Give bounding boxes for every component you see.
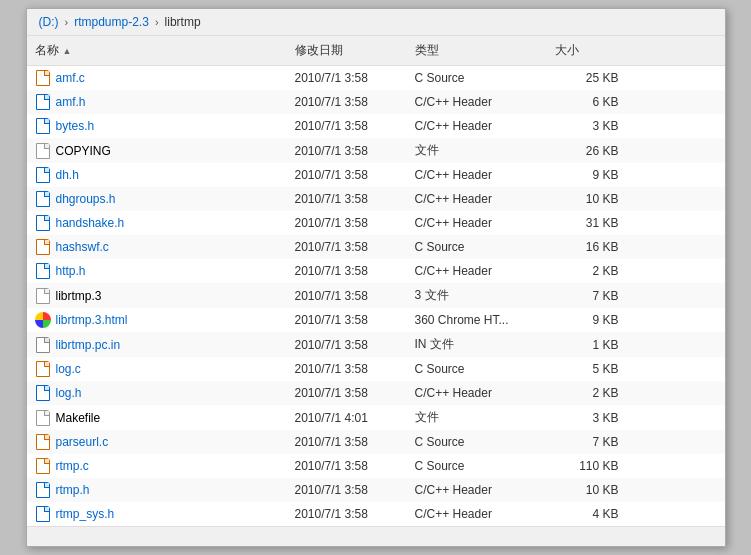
file-name-cell: amf.h (27, 92, 287, 112)
file-size-cell: 9 KB (547, 166, 627, 184)
col-size-label: 大小 (555, 43, 579, 57)
column-header-row: 名称 ▲ 修改日期 类型 大小 (27, 36, 725, 66)
file-name-cell: COPYING (27, 141, 287, 161)
table-row[interactable]: dhgroups.h 2010/7/1 3:58 C/C++ Header 10… (27, 187, 725, 211)
column-type-header[interactable]: 类型 (407, 40, 547, 61)
file-name[interactable]: dh.h (56, 168, 79, 182)
table-row[interactable]: hashswf.c 2010/7/1 3:58 C Source 16 KB (27, 235, 725, 259)
file-name[interactable]: log.c (56, 362, 81, 376)
file-date-cell: 2010/7/1 4:01 (287, 409, 407, 427)
file-name-cell: hashswf.c (27, 237, 287, 257)
file-date-cell: 2010/7/1 3:58 (287, 360, 407, 378)
file-name[interactable]: dhgroups.h (56, 192, 116, 206)
file-name-cell: bytes.h (27, 116, 287, 136)
breadcrumb-folder1[interactable]: rtmpdump-2.3 (74, 15, 149, 29)
file-name-cell: dhgroups.h (27, 189, 287, 209)
file-size-cell: 10 KB (547, 481, 627, 499)
file-size-cell: 3 KB (547, 117, 627, 135)
file-type-cell: C Source (407, 360, 547, 378)
file-date-cell: 2010/7/1 3:58 (287, 238, 407, 256)
file-name[interactable]: librtmp.3.html (56, 313, 128, 327)
file-name[interactable]: COPYING (56, 144, 111, 158)
breadcrumb-sep1: › (65, 16, 69, 28)
table-row[interactable]: librtmp.3.html 2010/7/1 3:58 360 Chrome … (27, 308, 725, 332)
header-icon (35, 167, 51, 183)
table-row[interactable]: rtmp.h 2010/7/1 3:58 C/C++ Header 10 KB (27, 478, 725, 502)
file-type-cell: 文件 (407, 407, 547, 428)
file-date-cell: 2010/7/1 3:58 (287, 214, 407, 232)
header-icon (35, 506, 51, 522)
column-size-header[interactable]: 大小 (547, 40, 627, 61)
header-icon (35, 215, 51, 231)
c-source-icon (35, 70, 51, 86)
table-row[interactable]: COPYING 2010/7/1 3:58 文件 26 KB (27, 138, 725, 163)
file-name[interactable]: http.h (56, 264, 86, 278)
table-row[interactable]: rtmp.c 2010/7/1 3:58 C Source 110 KB (27, 454, 725, 478)
file-name[interactable]: handshake.h (56, 216, 125, 230)
file-name-cell: librtmp.3.html (27, 310, 287, 330)
table-row[interactable]: amf.c 2010/7/1 3:58 C Source 25 KB (27, 66, 725, 90)
file-type-cell: C/C++ Header (407, 262, 547, 280)
file-name-cell: rtmp.c (27, 456, 287, 476)
breadcrumb-drive[interactable]: (D:) (39, 15, 59, 29)
column-name-header[interactable]: 名称 ▲ (27, 40, 287, 61)
file-name[interactable]: librtmp.pc.in (56, 338, 121, 352)
table-row[interactable]: dh.h 2010/7/1 3:58 C/C++ Header 9 KB (27, 163, 725, 187)
file-date-cell: 2010/7/1 3:58 (287, 69, 407, 87)
table-row[interactable]: librtmp.3 2010/7/1 3:58 3 文件 7 KB (27, 283, 725, 308)
breadcrumb: (D:) › rtmpdump-2.3 › librtmp (27, 9, 725, 36)
table-row[interactable]: log.h 2010/7/1 3:58 C/C++ Header 2 KB (27, 381, 725, 405)
table-row[interactable]: rtmp_sys.h 2010/7/1 3:58 C/C++ Header 4 … (27, 502, 725, 526)
file-type-cell: 3 文件 (407, 285, 547, 306)
file-list: amf.c 2010/7/1 3:58 C Source 25 KB amf.h… (27, 66, 725, 526)
file-size-cell: 16 KB (547, 238, 627, 256)
file-date-cell: 2010/7/1 3:58 (287, 457, 407, 475)
table-row[interactable]: handshake.h 2010/7/1 3:58 C/C++ Header 3… (27, 211, 725, 235)
generic-file-icon (35, 288, 51, 304)
file-name[interactable]: amf.c (56, 71, 85, 85)
sort-arrow-icon: ▲ (63, 46, 72, 56)
file-name[interactable]: amf.h (56, 95, 86, 109)
column-date-header[interactable]: 修改日期 (287, 40, 407, 61)
file-size-cell: 25 KB (547, 69, 627, 87)
file-type-cell: C Source (407, 238, 547, 256)
file-date-cell: 2010/7/1 3:58 (287, 311, 407, 329)
file-size-cell: 2 KB (547, 262, 627, 280)
file-name-cell: rtmp_sys.h (27, 504, 287, 524)
file-date-cell: 2010/7/1 3:58 (287, 433, 407, 451)
table-row[interactable]: amf.h 2010/7/1 3:58 C/C++ Header 6 KB (27, 90, 725, 114)
breadcrumb-folder2: librtmp (165, 15, 201, 29)
file-name[interactable]: rtmp.c (56, 459, 89, 473)
file-size-cell: 7 KB (547, 287, 627, 305)
file-date-cell: 2010/7/1 3:58 (287, 190, 407, 208)
file-date-cell: 2010/7/1 3:58 (287, 505, 407, 523)
file-date-cell: 2010/7/1 3:58 (287, 142, 407, 160)
table-row[interactable]: Makefile 2010/7/1 4:01 文件 3 KB (27, 405, 725, 430)
file-name[interactable]: Makefile (56, 411, 101, 425)
table-row[interactable]: log.c 2010/7/1 3:58 C Source 5 KB (27, 357, 725, 381)
file-name[interactable]: log.h (56, 386, 82, 400)
breadcrumb-sep2: › (155, 16, 159, 28)
table-row[interactable]: http.h 2010/7/1 3:58 C/C++ Header 2 KB (27, 259, 725, 283)
file-date-cell: 2010/7/1 3:58 (287, 117, 407, 135)
file-name[interactable]: rtmp_sys.h (56, 507, 115, 521)
file-name[interactable]: bytes.h (56, 119, 95, 133)
file-size-cell: 3 KB (547, 409, 627, 427)
file-name[interactable]: parseurl.c (56, 435, 109, 449)
col-name-label: 名称 (35, 42, 59, 59)
table-row[interactable]: parseurl.c 2010/7/1 3:58 C Source 7 KB (27, 430, 725, 454)
table-row[interactable]: bytes.h 2010/7/1 3:58 C/C++ Header 3 KB (27, 114, 725, 138)
file-date-cell: 2010/7/1 3:58 (287, 93, 407, 111)
file-name-cell: log.h (27, 383, 287, 403)
file-name[interactable]: rtmp.h (56, 483, 90, 497)
col-date-label: 修改日期 (295, 43, 343, 57)
file-name-cell: parseurl.c (27, 432, 287, 452)
file-name[interactable]: librtmp.3 (56, 289, 102, 303)
file-type-cell: C Source (407, 69, 547, 87)
file-type-cell: C Source (407, 433, 547, 451)
header-icon (35, 94, 51, 110)
file-size-cell: 1 KB (547, 336, 627, 354)
file-date-cell: 2010/7/1 3:58 (287, 336, 407, 354)
file-name[interactable]: hashswf.c (56, 240, 109, 254)
table-row[interactable]: librtmp.pc.in 2010/7/1 3:58 IN 文件 1 KB (27, 332, 725, 357)
